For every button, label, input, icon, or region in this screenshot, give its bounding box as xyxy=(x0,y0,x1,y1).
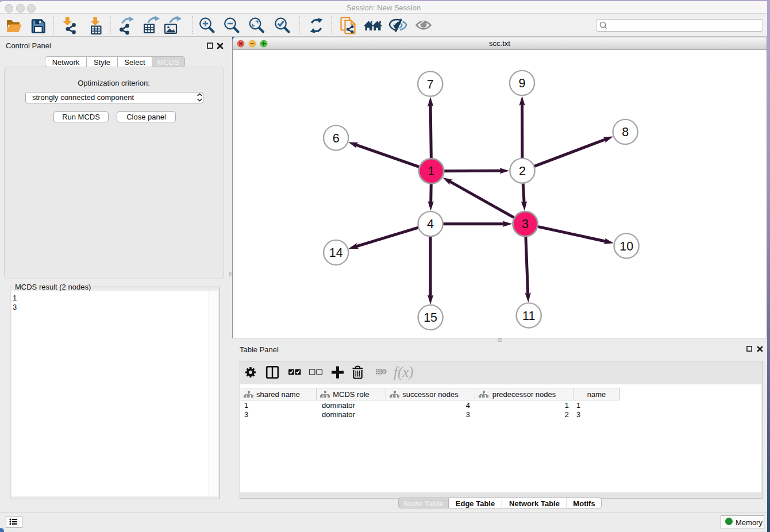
svg-text:9: 9 xyxy=(519,76,526,90)
svg-text:15: 15 xyxy=(424,311,437,325)
svg-text:6: 6 xyxy=(333,132,340,145)
svg-text:10: 10 xyxy=(619,240,633,253)
svg-text:4: 4 xyxy=(427,217,434,231)
svg-text:7: 7 xyxy=(427,78,434,91)
svg-text:3: 3 xyxy=(522,217,529,231)
svg-text:f(x): f(x) xyxy=(394,364,414,380)
svg-text:8: 8 xyxy=(622,125,629,139)
svg-text:14: 14 xyxy=(329,246,343,260)
svg-text:11: 11 xyxy=(522,309,535,323)
svg-text:1: 1 xyxy=(428,164,435,178)
svg-text:2: 2 xyxy=(519,164,526,178)
